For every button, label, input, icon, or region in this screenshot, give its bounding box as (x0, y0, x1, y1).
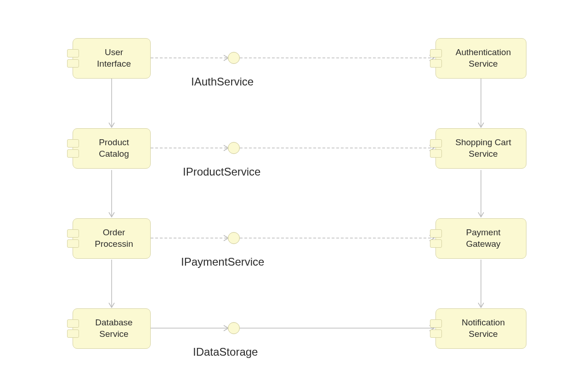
component-payment-gateway[interactable]: Payment Gateway (435, 218, 526, 259)
component-label: User Interface (87, 47, 141, 69)
component-label: Notification Service (450, 317, 517, 340)
component-database-service[interactable]: Database Service (73, 308, 151, 349)
component-label: Authentication Service (450, 47, 517, 69)
interface-circle-auth (228, 52, 240, 64)
component-label: Database Service (87, 317, 141, 340)
interface-label-auth: IAuthService (191, 75, 254, 88)
component-label: Shopping Cart Service (450, 137, 517, 159)
component-product-catalog[interactable]: Product Catalog (73, 128, 151, 169)
component-tabs-icon (67, 319, 79, 338)
component-tabs-icon (430, 229, 442, 248)
component-label: Product Catalog (87, 137, 141, 159)
interface-circle-payment (228, 232, 240, 244)
component-user-interface[interactable]: User Interface (73, 38, 151, 79)
component-label: Order Processin (87, 227, 141, 250)
component-label: Payment Gateway (450, 227, 517, 250)
interface-circle-product (228, 142, 240, 154)
component-tabs-icon (67, 229, 79, 248)
component-tabs-icon (430, 49, 442, 68)
component-order-processing[interactable]: Order Processin (73, 218, 151, 259)
interface-label-payment: IPaymentService (181, 256, 264, 268)
component-tabs-icon (430, 319, 442, 338)
component-tabs-icon (67, 49, 79, 68)
interface-label-datastorage: IDataStorage (193, 346, 258, 358)
component-shopping-cart-service[interactable]: Shopping Cart Service (435, 128, 526, 169)
component-tabs-icon (67, 139, 79, 158)
component-tabs-icon (430, 139, 442, 158)
component-notification-service[interactable]: Notification Service (435, 308, 526, 349)
interface-label-product: IProductService (183, 165, 260, 178)
component-authentication-service[interactable]: Authentication Service (435, 38, 526, 79)
interface-circle-datastorage (228, 322, 240, 334)
